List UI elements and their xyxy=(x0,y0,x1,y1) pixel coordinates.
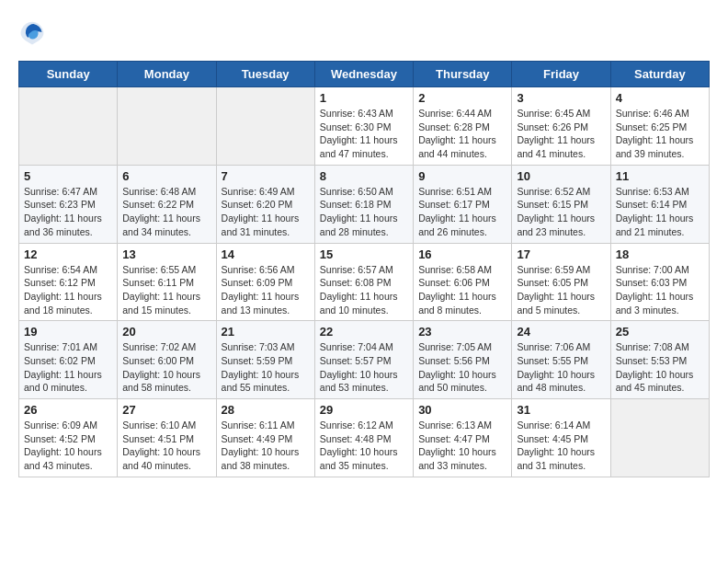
calendar-cell xyxy=(118,87,216,166)
day-info: Sunrise: 6:54 AM Sunset: 6:12 PM Dayligh… xyxy=(24,263,112,317)
calendar-cell: 7Sunrise: 6:49 AM Sunset: 6:20 PM Daylig… xyxy=(216,165,314,243)
calendar-cell: 2Sunrise: 6:44 AM Sunset: 6:28 PM Daylig… xyxy=(414,87,512,166)
weekday-header-cell: Friday xyxy=(512,62,610,87)
calendar-cell: 20Sunrise: 7:02 AM Sunset: 6:00 PM Dayli… xyxy=(118,321,216,399)
calendar-cell xyxy=(19,87,118,166)
calendar-cell: 29Sunrise: 6:12 AM Sunset: 4:48 PM Dayli… xyxy=(314,399,413,477)
calendar-cell: 23Sunrise: 7:05 AM Sunset: 5:56 PM Dayli… xyxy=(414,321,512,399)
calendar-cell: 14Sunrise: 6:56 AM Sunset: 6:09 PM Dayli… xyxy=(216,243,314,321)
day-number: 24 xyxy=(517,325,605,339)
day-info: Sunrise: 7:01 AM Sunset: 6:02 PM Dayligh… xyxy=(24,340,112,395)
day-number: 18 xyxy=(616,247,704,261)
day-number: 3 xyxy=(517,91,605,105)
day-number: 9 xyxy=(418,169,506,183)
day-number: 29 xyxy=(320,403,408,417)
day-number: 27 xyxy=(122,403,210,417)
calendar-cell: 25Sunrise: 7:08 AM Sunset: 5:53 PM Dayli… xyxy=(610,321,709,399)
weekday-header-row: SundayMondayTuesdayWednesdayThursdayFrid… xyxy=(19,62,710,87)
day-info: Sunrise: 6:12 AM Sunset: 4:48 PM Dayligh… xyxy=(320,419,408,473)
day-number: 14 xyxy=(222,247,310,261)
calendar-week-row: 26Sunrise: 6:09 AM Sunset: 4:52 PM Dayli… xyxy=(19,399,710,477)
calendar-cell: 12Sunrise: 6:54 AM Sunset: 6:12 PM Dayli… xyxy=(19,243,118,321)
day-info: Sunrise: 7:06 AM Sunset: 5:55 PM Dayligh… xyxy=(517,340,605,395)
day-number: 11 xyxy=(616,169,704,183)
day-number: 7 xyxy=(222,169,310,183)
calendar-week-row: 12Sunrise: 6:54 AM Sunset: 6:12 PM Dayli… xyxy=(19,243,710,321)
day-info: Sunrise: 6:55 AM Sunset: 6:11 PM Dayligh… xyxy=(122,263,210,317)
weekday-header-cell: Sunday xyxy=(19,62,118,87)
weekday-header-cell: Wednesday xyxy=(314,62,413,87)
calendar-cell xyxy=(610,399,709,477)
calendar-cell: 18Sunrise: 7:00 AM Sunset: 6:03 PM Dayli… xyxy=(610,243,709,321)
day-number: 25 xyxy=(616,325,704,339)
calendar-cell: 26Sunrise: 6:09 AM Sunset: 4:52 PM Dayli… xyxy=(19,399,118,477)
calendar-week-row: 1Sunrise: 6:43 AM Sunset: 6:30 PM Daylig… xyxy=(19,87,710,166)
day-info: Sunrise: 6:13 AM Sunset: 4:47 PM Dayligh… xyxy=(418,419,506,473)
day-info: Sunrise: 6:56 AM Sunset: 6:09 PM Dayligh… xyxy=(222,263,310,317)
calendar-cell: 21Sunrise: 7:03 AM Sunset: 5:59 PM Dayli… xyxy=(216,321,314,399)
calendar-cell: 24Sunrise: 7:06 AM Sunset: 5:55 PM Dayli… xyxy=(512,321,610,399)
day-info: Sunrise: 6:47 AM Sunset: 6:23 PM Dayligh… xyxy=(24,185,112,239)
day-number: 20 xyxy=(122,325,210,339)
weekday-header-cell: Monday xyxy=(118,62,216,87)
day-number: 19 xyxy=(24,325,112,339)
calendar-cell: 8Sunrise: 6:50 AM Sunset: 6:18 PM Daylig… xyxy=(314,165,413,243)
day-info: Sunrise: 7:05 AM Sunset: 5:56 PM Dayligh… xyxy=(418,340,506,395)
day-info: Sunrise: 6:50 AM Sunset: 6:18 PM Dayligh… xyxy=(320,185,408,239)
day-info: Sunrise: 6:09 AM Sunset: 4:52 PM Dayligh… xyxy=(24,419,112,473)
calendar-cell: 4Sunrise: 6:46 AM Sunset: 6:25 PM Daylig… xyxy=(610,87,709,166)
calendar-cell: 31Sunrise: 6:14 AM Sunset: 4:45 PM Dayli… xyxy=(512,399,610,477)
calendar-cell: 5Sunrise: 6:47 AM Sunset: 6:23 PM Daylig… xyxy=(19,165,118,243)
day-info: Sunrise: 6:58 AM Sunset: 6:06 PM Dayligh… xyxy=(418,263,506,317)
day-info: Sunrise: 6:10 AM Sunset: 4:51 PM Dayligh… xyxy=(122,419,210,473)
day-info: Sunrise: 6:14 AM Sunset: 4:45 PM Dayligh… xyxy=(517,419,605,473)
day-info: Sunrise: 6:43 AM Sunset: 6:30 PM Dayligh… xyxy=(320,107,408,161)
calendar-cell: 17Sunrise: 6:59 AM Sunset: 6:05 PM Dayli… xyxy=(512,243,610,321)
calendar-cell: 27Sunrise: 6:10 AM Sunset: 4:51 PM Dayli… xyxy=(118,399,216,477)
calendar-cell: 6Sunrise: 6:48 AM Sunset: 6:22 PM Daylig… xyxy=(118,165,216,243)
day-number: 15 xyxy=(320,247,408,261)
day-number: 17 xyxy=(517,247,605,261)
day-info: Sunrise: 6:49 AM Sunset: 6:20 PM Dayligh… xyxy=(222,185,310,239)
day-number: 31 xyxy=(517,403,605,417)
day-info: Sunrise: 7:08 AM Sunset: 5:53 PM Dayligh… xyxy=(616,340,704,395)
day-info: Sunrise: 6:48 AM Sunset: 6:22 PM Dayligh… xyxy=(122,185,210,239)
calendar-table: SundayMondayTuesdayWednesdayThursdayFrid… xyxy=(18,61,710,477)
weekday-header-cell: Tuesday xyxy=(216,62,314,87)
day-number: 30 xyxy=(418,403,506,417)
day-number: 10 xyxy=(517,169,605,183)
weekday-header-cell: Saturday xyxy=(610,62,709,87)
day-number: 8 xyxy=(320,169,408,183)
day-number: 13 xyxy=(122,247,210,261)
calendar-cell: 30Sunrise: 6:13 AM Sunset: 4:47 PM Dayli… xyxy=(414,399,512,477)
day-info: Sunrise: 6:59 AM Sunset: 6:05 PM Dayligh… xyxy=(517,263,605,317)
calendar-cell: 11Sunrise: 6:53 AM Sunset: 6:14 PM Dayli… xyxy=(610,165,709,243)
day-number: 6 xyxy=(122,169,210,183)
day-info: Sunrise: 7:03 AM Sunset: 5:59 PM Dayligh… xyxy=(222,340,310,395)
day-info: Sunrise: 6:52 AM Sunset: 6:15 PM Dayligh… xyxy=(517,185,605,239)
calendar-cell: 9Sunrise: 6:51 AM Sunset: 6:17 PM Daylig… xyxy=(414,165,512,243)
day-info: Sunrise: 6:46 AM Sunset: 6:25 PM Dayligh… xyxy=(616,107,704,161)
calendar-cell: 3Sunrise: 6:45 AM Sunset: 6:26 PM Daylig… xyxy=(512,87,610,166)
calendar-body: 1Sunrise: 6:43 AM Sunset: 6:30 PM Daylig… xyxy=(19,87,710,477)
day-number: 1 xyxy=(320,91,408,105)
day-info: Sunrise: 6:53 AM Sunset: 6:14 PM Dayligh… xyxy=(616,185,704,239)
day-number: 28 xyxy=(222,403,310,417)
calendar-week-row: 19Sunrise: 7:01 AM Sunset: 6:02 PM Dayli… xyxy=(19,321,710,399)
day-number: 26 xyxy=(24,403,112,417)
calendar-cell: 22Sunrise: 7:04 AM Sunset: 5:57 PM Dayli… xyxy=(314,321,413,399)
day-info: Sunrise: 6:44 AM Sunset: 6:28 PM Dayligh… xyxy=(418,107,506,161)
day-info: Sunrise: 6:51 AM Sunset: 6:17 PM Dayligh… xyxy=(418,185,506,239)
day-number: 23 xyxy=(418,325,506,339)
day-info: Sunrise: 7:02 AM Sunset: 6:00 PM Dayligh… xyxy=(122,340,210,395)
day-number: 12 xyxy=(24,247,112,261)
calendar-week-row: 5Sunrise: 6:47 AM Sunset: 6:23 PM Daylig… xyxy=(19,165,710,243)
logo-icon xyxy=(18,18,46,46)
weekday-header-cell: Thursday xyxy=(414,62,512,87)
day-number: 2 xyxy=(418,91,506,105)
day-info: Sunrise: 6:57 AM Sunset: 6:08 PM Dayligh… xyxy=(320,263,408,317)
logo xyxy=(18,18,50,46)
day-number: 16 xyxy=(418,247,506,261)
day-number: 22 xyxy=(320,325,408,339)
calendar-cell: 15Sunrise: 6:57 AM Sunset: 6:08 PM Dayli… xyxy=(314,243,413,321)
